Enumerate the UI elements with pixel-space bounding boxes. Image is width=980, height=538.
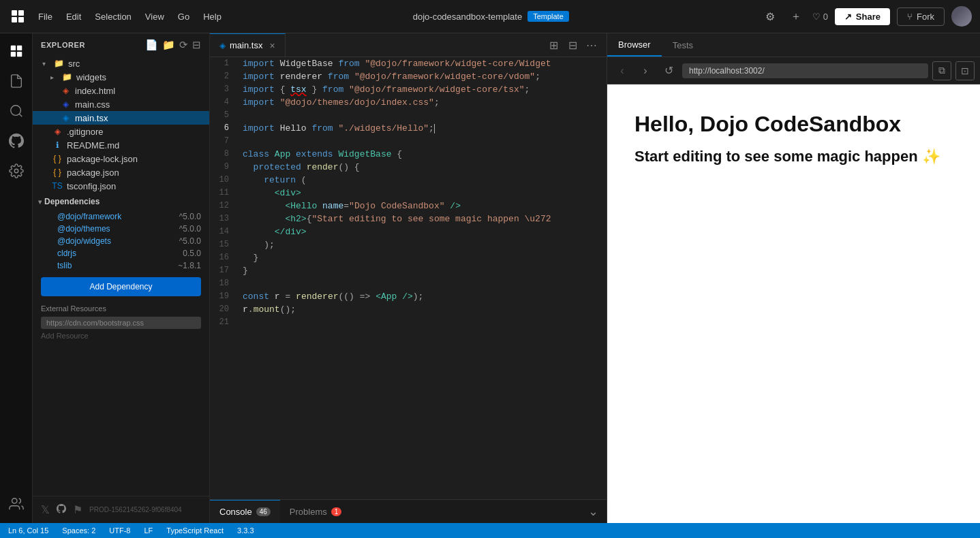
url-bar[interactable]: [682, 63, 928, 78]
add-dependency-button[interactable]: Add Dependency: [41, 277, 201, 296]
team-icon[interactable]: [4, 492, 29, 516]
console-tab[interactable]: Console 46: [210, 500, 280, 523]
file-label: tsconfig.json: [67, 181, 116, 191]
share-button[interactable]: ↗ Share: [835, 8, 890, 25]
menu-help[interactable]: Help: [203, 12, 221, 22]
menu-edit[interactable]: Edit: [66, 12, 81, 22]
problems-badge: 1: [331, 507, 342, 516]
problems-tab[interactable]: Problems 1: [280, 500, 351, 523]
file-tree: ▾ 📁 src ▸ 📁 widgets ◈ index.html ◈ main.…: [33, 57, 209, 496]
tab-tests[interactable]: Tests: [662, 33, 704, 57]
top-bar-actions: ⚙ ＋ ♡ 0 ↗ Share ⑂ Fork: [761, 6, 972, 27]
dep-dojo-framework[interactable]: @dojo/framework ^5.0.0: [33, 210, 209, 223]
file-index-html[interactable]: ◈ index.html: [33, 84, 209, 97]
add-resource-hint[interactable]: Add Resource: [33, 330, 209, 341]
ts-file-icon: TS: [52, 180, 63, 191]
dep-tslib[interactable]: tslib ~1.8.1: [33, 259, 209, 272]
app-logo[interactable]: [8, 7, 27, 26]
status-encoding[interactable]: UTF-8: [106, 526, 133, 535]
files-icon[interactable]: [4, 69, 29, 93]
browser-panel: Browser Tests ‹ › ↺ ⧉ ⊡ Hello, Dojo Code…: [607, 33, 980, 523]
template-badge: Template: [527, 11, 569, 22]
sidebar: EXPLORER 📄 📁 ⟳ ⊟ ▾ 📁 src ▸ 📁 widgets: [33, 33, 210, 523]
collapse-editor-icon[interactable]: ⊟: [564, 37, 581, 53]
ext-resources-label: External Resources: [33, 302, 209, 315]
tab-close-button[interactable]: ×: [269, 40, 275, 51]
status-spaces[interactable]: Spaces: 2: [59, 526, 98, 535]
plus-icon[interactable]: ＋: [786, 7, 806, 26]
menu-file[interactable]: File: [38, 12, 52, 22]
twitter-icon[interactable]: 𝕏: [41, 503, 50, 516]
tab-browser[interactable]: Browser: [607, 33, 662, 57]
status-version[interactable]: 3.3.3: [234, 526, 256, 535]
tab-main-tsx[interactable]: ◈ main.tsx ×: [210, 33, 286, 57]
menu-selection[interactable]: Selection: [95, 12, 131, 22]
file-main-tsx[interactable]: ◈ main.tsx: [33, 111, 209, 125]
menu-view[interactable]: View: [145, 12, 164, 22]
language-label: TypeScript React: [166, 526, 224, 535]
tab-label: main.tsx: [230, 40, 262, 50]
refresh-button[interactable]: ↺: [659, 61, 678, 80]
css-file-icon: ◈: [60, 99, 71, 110]
src-folder-label: src: [68, 59, 80, 69]
status-line-col[interactable]: Ln 6, Col 15: [5, 526, 51, 535]
split-editor-icon[interactable]: ⊞: [545, 37, 562, 53]
settings-sidebar-icon[interactable]: [4, 159, 29, 183]
encoding-label: UTF-8: [109, 526, 130, 535]
dep-dojo-widgets[interactable]: @dojo/widgets ^5.0.0: [33, 235, 209, 247]
file-package-lock[interactable]: { } package-lock.json: [33, 152, 209, 165]
spacer-icon: [38, 126, 48, 137]
file-label: index.html: [75, 86, 115, 96]
dep-cldrjs[interactable]: cldrjs 0.5.0: [33, 247, 209, 259]
tsx-file-icon: ◈: [60, 112, 71, 123]
dep-version: ^5.0.0: [179, 212, 201, 221]
github-footer-icon[interactable]: [57, 504, 66, 516]
refresh-icon[interactable]: ⟳: [179, 39, 188, 51]
file-readme[interactable]: ℹ README.md: [33, 138, 209, 152]
svg-rect-3: [16, 52, 21, 57]
src-folder[interactable]: ▾ 📁 src: [33, 57, 209, 70]
file-label: main.css: [75, 99, 110, 110]
feedback-icon[interactable]: ⚑: [73, 503, 82, 516]
file-main-css[interactable]: ◈ main.css: [33, 97, 209, 111]
new-file-icon[interactable]: 📄: [145, 39, 158, 51]
code-editor[interactable]: 1 2 3 4 5 6 7 8 9 10 11 12 13 14 15 16 1: [210, 57, 607, 499]
like-button[interactable]: ♡ 0: [812, 12, 828, 22]
fork-icon: ⑂: [907, 12, 913, 22]
settings-icon[interactable]: ⚙: [761, 7, 780, 26]
browser-preview: Hello, Dojo CodeSandbox Start editing to…: [607, 84, 980, 523]
editor-tab-bar: ◈ main.tsx × ⊞ ⊟ ⋯: [210, 33, 607, 57]
dependencies-section[interactable]: ▾ Dependencies: [33, 193, 209, 210]
user-avatar[interactable]: [951, 6, 972, 27]
new-folder-icon[interactable]: 📁: [162, 39, 175, 51]
top-bar: File Edit Selection View Go Help dojo-co…: [0, 0, 980, 33]
fork-button[interactable]: ⑂ Fork: [897, 7, 945, 26]
dep-dojo-themes[interactable]: @dojo/themes ^5.0.0: [33, 223, 209, 235]
spaces-label: Spaces: 2: [62, 526, 95, 535]
spacer-icon: [38, 180, 48, 191]
svg-point-6: [14, 169, 18, 173]
more-options-icon[interactable]: ⋯: [583, 37, 600, 53]
project-name: dojo-codesandbox-template: [413, 12, 522, 22]
forward-button[interactable]: ›: [636, 61, 655, 80]
status-language[interactable]: TypeScript React: [164, 526, 226, 535]
widgets-folder-label: widgets: [76, 72, 106, 82]
search-icon[interactable]: [4, 99, 29, 123]
open-new-tab-icon[interactable]: ⊡: [955, 61, 975, 80]
menu-go[interactable]: Go: [178, 12, 189, 22]
svg-point-7: [12, 499, 16, 503]
status-line-ending[interactable]: LF: [141, 526, 155, 535]
collapse-icon[interactable]: ⊟: [192, 39, 201, 51]
file-package-json[interactable]: { } package.json: [33, 165, 209, 179]
copy-url-icon[interactable]: ⧉: [932, 61, 951, 80]
explorer-icon[interactable]: [4, 39, 29, 63]
editor-panel: ◈ main.tsx × ⊞ ⊟ ⋯ 1 2 3 4 5 6: [210, 33, 607, 523]
widgets-folder[interactable]: ▸ 📁 widgets: [33, 70, 209, 84]
file-gitignore[interactable]: ◈ .gitignore: [33, 125, 209, 138]
dependencies-label: Dependencies: [44, 197, 99, 206]
ext-resource-input[interactable]: [41, 317, 201, 329]
github-icon[interactable]: [4, 129, 29, 153]
file-tsconfig[interactable]: TS tsconfig.json: [33, 179, 209, 193]
back-button[interactable]: ‹: [613, 61, 632, 80]
close-panel-icon[interactable]: ⌄: [588, 504, 607, 519]
